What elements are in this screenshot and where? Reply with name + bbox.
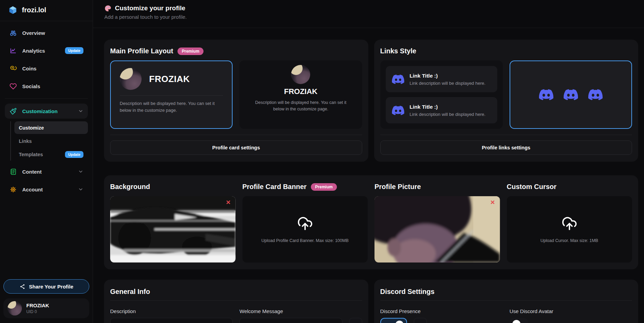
divider [5,98,88,99]
user-card[interactable]: FROZIAK UID 0 [3,298,89,318]
submenu-item-customize[interactable]: Customize [14,121,88,134]
sidebar-item-customization[interactable]: Customization [5,104,88,119]
link-preview-item: Link Title :) Link description will be d… [386,97,497,123]
background-column: Background [110,182,236,263]
binoculars-icon [9,29,17,37]
links-style-option-list[interactable]: Link Title :) Link description will be d… [380,60,503,129]
sidebar-item-label: Coins [22,66,37,71]
sidebar-nav: Overview Analytics Update Coins [0,25,93,200]
preview-description: Description will be displayed here. You … [249,99,352,112]
cube-logo-icon [8,5,17,15]
sidebar-item-account[interactable]: Account [5,182,88,197]
section-media: Background [104,175,638,269]
submenu-item-links[interactable]: Links [14,135,88,147]
profile-picture-art [374,196,500,263]
notebook-icon [9,168,17,175]
field-label: Description [110,308,233,314]
field-label: Discord Presence [380,308,503,314]
page-content: Main Profile Layout Premium FROZIAK Desc… [93,28,644,323]
layout-option-vertical[interactable]: FROZIAK Description will be displayed he… [239,60,362,129]
discord-icon [392,104,404,117]
update-badge: Update [65,47,83,54]
sidebar-item-analytics[interactable]: Analytics Update [5,43,88,58]
remove-picture-button[interactable]: ✕ [489,199,496,206]
banner-upload-dropzone[interactable]: Upload Profile Card Banner. Max size: 10… [242,196,368,263]
preview-name: FROZIAK [149,74,190,84]
sidebar-footer: Share Your Profile FROZIAK UID 0 [0,279,93,318]
banner-column: Profile Card Banner Premium Upload Profi… [242,182,368,263]
section-general-info: General Info Description Welcome Message [104,280,368,323]
toggle-knob [395,321,404,323]
sidebar-item-label: Analytics [22,48,45,54]
chart-icon [9,47,17,54]
avatar [291,65,310,84]
remove-background-button[interactable]: ✕ [225,199,231,206]
description-input[interactable] [110,318,233,323]
avatar [8,301,22,315]
submenu-item-label: Links [19,138,32,144]
upload-hint: Upload Profile Card Banner. Max size: 10… [261,238,349,243]
cloud-upload-icon [562,216,577,231]
sidebar-item-coins[interactable]: Coins [5,61,88,76]
sidebar-item-socials[interactable]: Socials [5,79,88,94]
welcome-message-input[interactable] [239,318,342,323]
discord-icon [588,88,603,102]
share-profile-button[interactable]: Share Your Profile [3,279,89,294]
welcome-expand-button[interactable] [349,318,362,323]
section-title: Main Profile Layout [110,47,173,55]
chevron-down-icon [78,187,83,192]
coins-icon [9,65,17,72]
sidebar-item-overview[interactable]: Overview [5,25,88,40]
toggle-knob [512,320,521,323]
profile-card-settings-button[interactable]: Profile card settings [110,140,362,155]
field-label: Welcome Message [239,308,362,314]
preview-description: Description will be displayed here. You … [120,100,223,114]
section-title: Profile Picture [374,183,421,191]
use-discord-avatar-toggle[interactable] [510,318,528,323]
sidebar: frozi.lol Overview Analytics Update [0,0,93,323]
chevron-down-icon [78,108,83,114]
sidebar-item-label: Content [22,169,42,175]
discord-presence-group: Discord Presence [380,308,503,323]
discord-icon [539,88,553,102]
brand-logo[interactable]: frozi.lol [0,0,93,19]
profile-links-settings-button[interactable]: Profile links settings [380,140,632,155]
user-uid: UID 0 [26,309,49,314]
gear-icon [9,186,17,193]
brand-name: frozi.lol [22,6,46,14]
links-style-option-icons[interactable] [510,60,632,129]
field-label: Use Discord Avatar [510,308,632,314]
use-discord-avatar-group: Use Discord Avatar [510,308,632,323]
background-image-art [110,196,236,263]
section-title: General Info [110,288,150,296]
share-profile-label: Share Your Profile [29,284,74,290]
section-title: Discord Settings [380,288,435,296]
heart-icon [9,83,17,90]
divider [380,300,632,301]
cursor-upload-dropzone[interactable]: Upload Cursor. Max size: 1MB [507,196,632,263]
customization-submenu: Customize Links Templates Update [10,121,88,161]
divider [120,95,223,96]
sidebar-item-label: Socials [22,83,40,89]
sidebar-item-content[interactable]: Content [5,164,88,179]
palette-icon [104,5,111,12]
welcome-field-group: Welcome Message [239,308,362,323]
section-title: Profile Card Banner [242,183,307,191]
discord-icon [564,88,578,102]
section-title: Custom Cursor [507,183,557,191]
submenu-item-templates[interactable]: Templates Update [14,148,88,161]
avatar [120,68,142,90]
cloud-upload-icon [297,216,313,231]
description-field-group: Description [110,308,233,323]
sidebar-item-label: Customization [22,108,57,114]
submenu-item-label: Customize [19,125,44,131]
background-image: ✕ [110,196,236,263]
layout-option-horizontal[interactable]: FROZIAK Description will be displayed he… [110,60,233,129]
divider [110,300,362,301]
discord-presence-toggle[interactable] [380,318,407,323]
upload-hint: Upload Cursor. Max size: 1MB [540,238,598,243]
link-title: Link Title :) [410,104,486,110]
picture-column: Profile Picture [374,182,500,263]
discord-presence-options-button[interactable] [414,318,427,323]
paintbrush-icon [9,108,17,115]
